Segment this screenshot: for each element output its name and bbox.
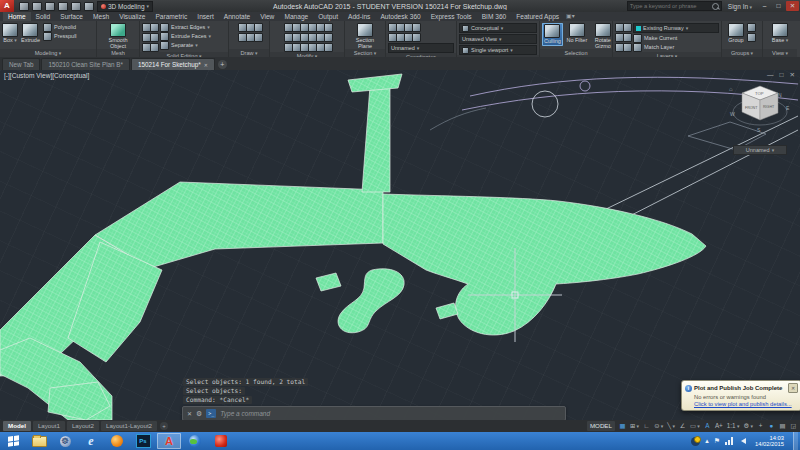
- annotation-monitor-icon[interactable]: +: [757, 420, 764, 432]
- sign-in-button[interactable]: Sign In: [725, 3, 755, 10]
- object-snap-tracking-icon[interactable]: ∠: [679, 420, 686, 432]
- volume-icon[interactable]: [738, 438, 746, 444]
- no-filter-button[interactable]: No Filter: [566, 23, 588, 44]
- quick-properties-icon[interactable]: ▤: [779, 420, 786, 432]
- internet-explorer-button[interactable]: e: [79, 433, 103, 449]
- hatch-icon[interactable]: [254, 33, 263, 42]
- google-earth-button[interactable]: [183, 433, 207, 449]
- group-button[interactable]: Group: [728, 23, 744, 44]
- ribbon-tab-addins[interactable]: Add-ins: [343, 12, 375, 21]
- panel-label-section[interactable]: Section: [345, 49, 385, 57]
- save-icon[interactable]: [32, 2, 42, 11]
- layout-tab-layout1-layout2[interactable]: Layout1-Layout2: [101, 421, 157, 431]
- file-tab-new[interactable]: New Tab: [2, 58, 40, 70]
- ribbon-tab-mesh[interactable]: Mesh: [88, 12, 114, 21]
- named-view-combo[interactable]: Unsaved View: [459, 34, 537, 44]
- command-line[interactable]: >_ Type a command: [182, 406, 566, 421]
- compass-south[interactable]: S: [757, 127, 761, 133]
- search-input[interactable]: [628, 3, 710, 9]
- ribbon-tab-manage[interactable]: Manage: [279, 12, 313, 21]
- circle-icon[interactable]: [254, 23, 263, 32]
- model-space-toggle[interactable]: MODEL: [587, 421, 615, 431]
- panel-label-mesh[interactable]: Mesh: [97, 49, 139, 57]
- layer-state-icon[interactable]: [623, 43, 632, 52]
- align-icon[interactable]: [324, 43, 333, 52]
- box-button[interactable]: Box: [2, 23, 18, 44]
- autocad-taskbar-button[interactable]: A: [157, 433, 181, 449]
- ribbon-tab-parametric[interactable]: Parametric: [150, 12, 192, 21]
- match-layer-button[interactable]: Match Layer: [633, 43, 719, 51]
- viewport-controls-label[interactable]: [-][Custom View][Conceptual]: [4, 72, 89, 79]
- maximize-button[interactable]: [772, 1, 785, 11]
- isometric-drafting-icon[interactable]: ╲: [667, 420, 675, 432]
- ucs-3point-icon[interactable]: [412, 33, 421, 42]
- panel-label-draw[interactable]: Draw: [229, 49, 269, 57]
- doc-minimize-icon[interactable]: [767, 71, 774, 79]
- ortho-icon[interactable]: ∟: [643, 420, 650, 432]
- workspace-switching-icon[interactable]: ⚙: [743, 420, 753, 432]
- notification-close-icon[interactable]: [788, 383, 798, 393]
- new-layout-button[interactable]: +: [160, 422, 168, 430]
- flag-icon[interactable]: [714, 432, 720, 450]
- ribbon-tab-view[interactable]: View: [255, 12, 279, 21]
- ribbon-display-toggle[interactable]: [566, 12, 575, 21]
- workspace-switcher[interactable]: 3D Modeling: [97, 1, 153, 12]
- ribbon-tab-visualize[interactable]: Visualize: [114, 12, 150, 21]
- panel-label-modeling[interactable]: Modeling: [0, 49, 96, 57]
- extrude-button[interactable]: Extrude: [21, 23, 40, 44]
- extrude-faces-button[interactable]: Extrude Faces: [160, 32, 211, 40]
- ucs-combo[interactable]: Unnamed: [388, 43, 454, 53]
- home-icon[interactable]: ⌂: [729, 86, 733, 92]
- panel-label-groups[interactable]: Groups: [722, 49, 762, 57]
- open-icon[interactable]: [19, 2, 29, 11]
- presspull-button[interactable]: Presspull: [43, 32, 77, 40]
- ribbon-tab-output[interactable]: Output: [313, 12, 343, 21]
- explode-icon[interactable]: [324, 33, 333, 42]
- annotation-scale-icon[interactable]: 1:1: [727, 420, 740, 432]
- undo-icon[interactable]: [71, 2, 81, 11]
- ribbon-tab-bim360[interactable]: BIM 360: [477, 12, 512, 21]
- command-close-icon[interactable]: [187, 410, 192, 417]
- panel-label-selection[interactable]: Selection: [540, 49, 612, 57]
- layout-tab-layout1[interactable]: Layout1: [33, 421, 65, 431]
- ribbon-tab-home[interactable]: Home: [3, 12, 31, 21]
- graphics-performance-icon[interactable]: ●: [768, 420, 775, 432]
- panel-label-view-base[interactable]: View: [763, 49, 797, 57]
- file-tab-150214[interactable]: 150214 For Sketchup*: [131, 58, 215, 70]
- culling-button[interactable]: Culling: [542, 23, 563, 46]
- file-tab-150210[interactable]: 150210 Clean Site Plan B*: [41, 58, 130, 70]
- saveas-icon[interactable]: [45, 2, 55, 11]
- command-customize-icon[interactable]: [196, 410, 202, 418]
- action-center-icon[interactable]: [691, 437, 700, 446]
- taskbar-clock[interactable]: 14:03 14/02/2015: [755, 435, 784, 448]
- drawing-canvas[interactable]: [-][Custom View][Conceptual] W S E N ⌂ T…: [0, 70, 800, 420]
- red-app-button[interactable]: [209, 433, 233, 449]
- ribbon-tab-surface[interactable]: Surface: [55, 12, 88, 21]
- redo-icon[interactable]: [84, 2, 94, 11]
- slice-icon[interactable]: [150, 33, 159, 42]
- doc-restore-icon[interactable]: [780, 71, 784, 79]
- hidden-icons-button[interactable]: [705, 432, 709, 450]
- start-button[interactable]: [0, 432, 26, 450]
- rotate-gizmo-button[interactable]: Rotate Gizmo: [591, 23, 615, 49]
- check-icon[interactable]: [150, 43, 159, 52]
- layer-combo[interactable]: Existing Runway: [633, 23, 719, 33]
- ribbon-tab-express[interactable]: Express Tools: [426, 12, 477, 21]
- network-icon[interactable]: [725, 437, 733, 445]
- firefox-button[interactable]: [105, 433, 129, 449]
- base-button[interactable]: Base: [772, 23, 788, 44]
- ribbon-tab-featured[interactable]: Featured Apps: [511, 12, 564, 21]
- app-wheel-button[interactable]: ☸: [53, 433, 77, 449]
- layout-tab-layout2[interactable]: Layout2: [67, 421, 99, 431]
- separate-button[interactable]: Separate: [160, 41, 211, 49]
- subtract-icon[interactable]: [150, 23, 159, 32]
- ribbon-tab-solid[interactable]: Solid: [31, 12, 56, 21]
- ungroup-icon[interactable]: [747, 23, 756, 32]
- minimize-button[interactable]: [758, 1, 771, 11]
- polysolid-button[interactable]: Polysolid: [43, 23, 77, 31]
- new-drawing-button[interactable]: +: [218, 60, 227, 69]
- clean-screen-icon[interactable]: ◲: [790, 420, 797, 432]
- close-button[interactable]: [786, 1, 799, 11]
- viewcube[interactable]: W S E N ⌂ TOP FRONT RIGHT Unnamed: [728, 80, 792, 155]
- tab-close-icon[interactable]: [204, 59, 208, 71]
